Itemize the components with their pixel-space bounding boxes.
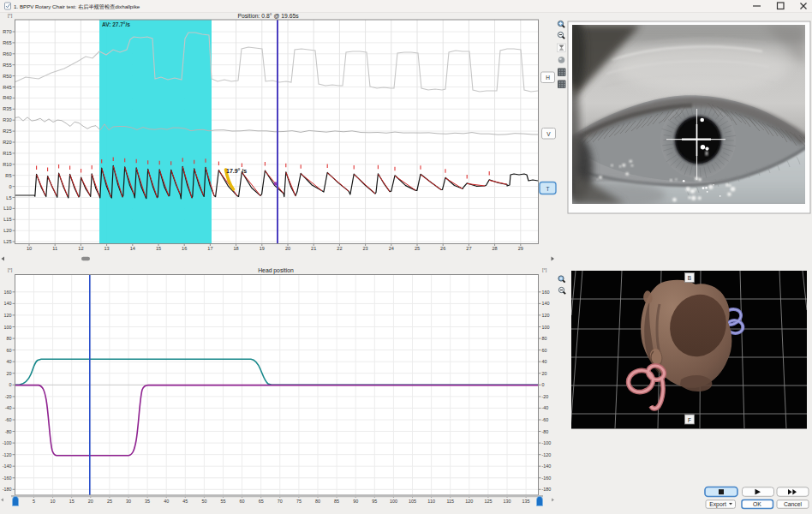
svg-text:30: 30 [126, 499, 131, 504]
svg-text:25: 25 [107, 499, 112, 504]
svg-text:L20: L20 [3, 228, 11, 233]
svg-text:100: 100 [390, 499, 397, 504]
svg-text:OK: OK [753, 501, 761, 507]
svg-text:18: 18 [233, 246, 238, 251]
svg-text:11: 11 [52, 246, 57, 251]
svg-text:T: T [546, 186, 550, 192]
svg-text:26: 26 [440, 246, 445, 251]
svg-text:R55: R55 [3, 63, 11, 68]
svg-text:-100: -100 [542, 440, 552, 445]
svg-text:R65: R65 [3, 40, 11, 45]
svg-text:17.9° /s: 17.9° /s [226, 168, 247, 174]
svg-text:R30: R30 [3, 117, 11, 123]
svg-text:R25: R25 [3, 128, 11, 134]
svg-text:-100: -100 [3, 440, 12, 445]
svg-text:50: 50 [201, 499, 206, 504]
svg-text:1. BPPV Rotary Chair test: 右后半: 1. BPPV Rotary Chair test: 右后半规管检查dixhal… [14, 3, 140, 10]
svg-text:130: 130 [504, 499, 511, 504]
svg-text:135: 135 [522, 499, 530, 504]
svg-text:-40: -40 [5, 405, 12, 410]
svg-text:70: 70 [278, 499, 283, 504]
svg-text:12: 12 [78, 246, 83, 251]
svg-text:-60: -60 [5, 417, 12, 422]
svg-text:-80: -80 [5, 429, 12, 434]
svg-text:AV: 27.7°/s: AV: 27.7°/s [102, 21, 130, 27]
svg-text:17: 17 [207, 246, 212, 251]
svg-text:20: 20 [7, 371, 12, 376]
svg-text:40: 40 [164, 499, 169, 504]
svg-text:-20: -20 [5, 394, 12, 399]
svg-text:40: 40 [542, 359, 547, 364]
svg-text:28: 28 [492, 246, 497, 251]
svg-text:100: 100 [4, 325, 12, 330]
svg-text:10: 10 [27, 246, 32, 251]
svg-text:Export: Export [709, 501, 726, 508]
svg-text:-120: -120 [542, 452, 552, 457]
svg-text:V: V [546, 131, 551, 137]
svg-text:-140: -140 [542, 463, 552, 469]
svg-text:120: 120 [542, 313, 550, 318]
svg-text:80: 80 [7, 336, 12, 341]
svg-text:5: 5 [33, 499, 35, 504]
svg-text:80: 80 [542, 336, 547, 341]
svg-text:R60: R60 [3, 51, 11, 57]
svg-text:H: H [546, 75, 550, 81]
svg-text:65: 65 [259, 499, 264, 504]
svg-text:R40: R40 [3, 95, 11, 100]
svg-text:L5: L5 [6, 195, 11, 200]
svg-text:55: 55 [221, 499, 226, 504]
svg-text:25: 25 [415, 246, 420, 251]
svg-text:R70: R70 [3, 29, 11, 34]
svg-text:-160: -160 [3, 475, 12, 481]
svg-text:60: 60 [542, 348, 547, 353]
svg-text:24: 24 [389, 246, 394, 251]
svg-text:100: 100 [542, 325, 550, 330]
svg-text:Head position: Head position [258, 267, 294, 274]
svg-text:15: 15 [156, 246, 161, 251]
svg-text:L15: L15 [3, 217, 11, 222]
svg-text:Cancel: Cancel [784, 501, 803, 507]
svg-text:45: 45 [182, 499, 188, 504]
svg-text:75: 75 [296, 499, 302, 504]
svg-text:140: 140 [4, 301, 12, 306]
svg-text:120: 120 [465, 499, 473, 504]
svg-text:R45: R45 [3, 85, 11, 90]
svg-text:85: 85 [334, 499, 339, 504]
svg-text:-120: -120 [3, 452, 12, 457]
svg-text:60: 60 [7, 348, 12, 353]
svg-text:-20: -20 [542, 394, 549, 399]
svg-text:16: 16 [182, 246, 187, 251]
svg-text:-180: -180 [542, 487, 552, 492]
svg-text:Position: 0.8° @ 19.65s: Position: 0.8° @ 19.65s [237, 13, 299, 19]
svg-text:90: 90 [353, 499, 358, 504]
svg-text:-180: -180 [3, 487, 12, 492]
svg-text:95: 95 [372, 499, 377, 504]
svg-text:R10: R10 [3, 162, 11, 167]
svg-text:110: 110 [427, 499, 435, 504]
svg-text:-40: -40 [542, 405, 549, 410]
svg-text:15: 15 [69, 499, 75, 504]
svg-text:140: 140 [542, 301, 550, 306]
svg-text:105: 105 [409, 499, 416, 504]
svg-text:F: F [688, 417, 691, 423]
svg-text:19: 19 [260, 246, 265, 251]
svg-text:10: 10 [51, 499, 56, 504]
svg-text:20: 20 [542, 371, 547, 376]
svg-text:[°]: [°] [8, 267, 13, 272]
svg-text:40: 40 [7, 359, 12, 364]
svg-text:L25: L25 [3, 239, 11, 244]
svg-text:[°]: [°] [542, 267, 547, 272]
svg-text:115: 115 [446, 499, 454, 504]
svg-text:20: 20 [88, 499, 93, 504]
svg-text:-140: -140 [3, 463, 12, 469]
svg-text:-160: -160 [542, 475, 552, 481]
svg-text:-80: -80 [542, 429, 549, 434]
svg-text:22: 22 [337, 246, 342, 251]
svg-text:160: 160 [4, 290, 12, 295]
svg-text:R20: R20 [3, 140, 11, 145]
svg-text:20: 20 [285, 246, 290, 251]
svg-text:R5: R5 [5, 173, 11, 178]
svg-text:60: 60 [240, 499, 245, 504]
svg-text:160: 160 [542, 290, 550, 295]
svg-text:120: 120 [4, 313, 12, 318]
